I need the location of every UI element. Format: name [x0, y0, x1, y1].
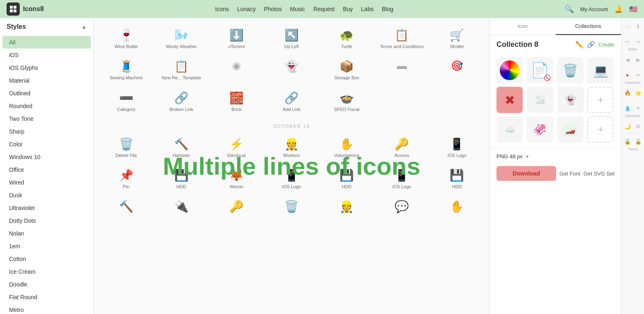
account-link[interactable]: My Account [580, 6, 608, 12]
icon-empty-r3-6[interactable] [376, 88, 428, 115]
collapse-left-icon[interactable]: ◀ [623, 55, 632, 65]
icon-pin[interactable]: 📌Pin [100, 165, 152, 193]
maximize-icon[interactable]: ⬆ [633, 21, 643, 31]
collection-icon-add[interactable]: + [587, 87, 614, 113]
search-icon[interactable]: 🔍 [565, 5, 574, 14]
unlock-icon[interactable]: 🔓 [633, 136, 643, 146]
lock-icon[interactable]: 🔒 [623, 136, 632, 146]
fire-icon[interactable]: 🔥 [623, 88, 632, 98]
nav-request[interactable]: Request [313, 6, 335, 12]
get-font-button[interactable]: Get Font [559, 171, 580, 177]
icon-category[interactable]: ➖Category [100, 88, 152, 115]
icon-empty-7[interactable]: 🎯 [431, 56, 483, 84]
collection-icon-file-no[interactable]: 📄 🚫 [527, 57, 553, 83]
collection-icon-color-circle[interactable] [496, 57, 523, 83]
icon-empty-3[interactable]: ◉ [210, 56, 262, 84]
collection-icon-laptop[interactable]: 💻 [587, 57, 614, 83]
sidebar-item-office[interactable]: Office [2, 164, 91, 176]
icon-empty-r3-7[interactable] [431, 88, 483, 115]
sidebar-item-ios[interactable]: iOS [2, 49, 91, 61]
icon-r7-5[interactable]: 👷 [321, 196, 373, 218]
color-fill-icon[interactable]: ● [623, 70, 632, 80]
pencil-icon[interactable]: ✏ [633, 70, 643, 80]
icon-hammer[interactable]: 🔨Hammer [155, 134, 207, 162]
sidebar-item-nolan[interactable]: Nolan [2, 227, 91, 240]
nav-photos[interactable]: Photos [264, 6, 282, 12]
logo-area[interactable]: Icons8 [7, 2, 44, 16]
collection-icon-ghost2[interactable]: 👻 [557, 87, 584, 113]
collection-icon-sped[interactable]: 🏎️ [557, 116, 584, 143]
moon-icon[interactable]: 🌙 [623, 121, 632, 131]
language-icon[interactable]: 🇺🇸 [629, 5, 637, 13]
collection-icon-trash[interactable]: 🗑️ [557, 57, 584, 83]
icon-ios-logo-1[interactable]: 📱iOS Logo [431, 134, 483, 162]
nav-blog[interactable]: Blog [382, 6, 393, 12]
sidebar-item-two-tone[interactable]: Two Tone [2, 113, 91, 125]
nav-music[interactable]: Music [290, 6, 305, 12]
icon-access[interactable]: 🔑Access [376, 134, 428, 162]
tab-icon[interactable]: Icon [490, 18, 556, 35]
icon-ios-logo-3[interactable]: 📱iOS Logo [376, 165, 428, 193]
icon-turtle[interactable]: 🐢Turtle [321, 25, 373, 53]
icon-hdd-2[interactable]: 💾HDD [321, 165, 373, 193]
gear-icon[interactable]: ⚙ [633, 121, 643, 131]
icon-empty-6[interactable]: ▬ [376, 56, 428, 84]
nav-lunacy[interactable]: Lunacy [237, 6, 256, 12]
sidebar-item-icecream[interactable]: Ice Cream [2, 266, 91, 278]
download-button[interactable]: Download [496, 166, 556, 181]
icon-windy-weather[interactable]: 🌬️Windy Weather [155, 25, 207, 53]
icon-hdd-1[interactable]: 💾HDD [155, 165, 207, 193]
collection-icon-dots[interactable]: 🌫️ [527, 87, 554, 113]
collection-add-more[interactable]: + [587, 116, 614, 143]
collapse-right-icon[interactable]: ▶ [633, 55, 643, 65]
icon-stroller[interactable]: 🛒Stroller [431, 25, 483, 53]
icon-sped-fiscal[interactable]: 🍲SPED Fiscal [321, 88, 373, 115]
tab-collections[interactable]: Collections [556, 18, 621, 35]
sidebar-item-dusk[interactable]: Dusk [2, 189, 91, 201]
sidebar-item-metro[interactable]: Metro [2, 304, 91, 314]
sidebar-item-rounded[interactable]: Rounded [2, 100, 91, 112]
nav-labs[interactable]: Labs [361, 6, 374, 12]
sidebar-item-material[interactable]: Material [2, 74, 91, 87]
collection-icon-soundcloud[interactable]: ☁️ [496, 116, 523, 143]
icon-storage-box[interactable]: 📦Storage Box [321, 56, 373, 84]
sidebar-item-wired[interactable]: Wired [2, 176, 91, 189]
sidebar-item-doodle[interactable]: Doodle [2, 278, 91, 291]
icon-new-re-template[interactable]: 📋New Re... Template [155, 56, 207, 84]
format-dropdown-arrow[interactable]: ▾ [526, 154, 529, 159]
collection-icon-ghost3[interactable]: 🦑 [527, 116, 553, 143]
star-icon[interactable]: ⭐ [633, 88, 643, 98]
icon-r7-1[interactable]: 🔨 [100, 196, 152, 218]
sidebar-item-cotton[interactable]: Cotton [2, 253, 91, 265]
sidebar-item-windows10[interactable]: Windows 10 [2, 151, 91, 163]
icon-sewing[interactable]: 🧵Sewing Machine [100, 56, 152, 84]
icon-up-left[interactable]: ↖️Up Left [265, 25, 317, 53]
icon-r7-4[interactable]: 🗑️ [265, 196, 317, 218]
icon-broken-link[interactable]: 🔗Broken Link [155, 88, 207, 115]
nav-buy[interactable]: Buy [343, 6, 353, 12]
icon-add-link[interactable]: 🔗Add Link [265, 88, 317, 115]
sidebar-item-ultraviolet[interactable]: Ultraviolet [2, 202, 91, 214]
get-svg-button[interactable]: Get SVG Set [584, 171, 614, 177]
sidebar-item-ios-glyphs[interactable]: iOS Glyphs [2, 62, 91, 74]
sidebar-item-sharp[interactable]: Sharp [2, 125, 91, 138]
icon-r7-6[interactable]: 💬 [376, 196, 428, 218]
redo-icon[interactable]: ↪ [633, 37, 643, 46]
icon-r7-3[interactable]: 🔑 [210, 196, 262, 218]
undo-icon[interactable]: ↩ [623, 37, 632, 46]
icon-terms[interactable]: 📋Terms and Conditions [376, 25, 428, 53]
icon-ghost[interactable]: 👻 [265, 56, 317, 84]
icon-workers[interactable]: 👷Workers [265, 134, 317, 162]
collection-icon-x-red[interactable]: ✖ [496, 87, 523, 113]
icon-weixin[interactable]: 🦊Weixin [210, 165, 262, 193]
sidebar-item-dotty[interactable]: Dotty Dots [2, 215, 91, 227]
sidebar-item-flatround[interactable]: Flat Round [2, 291, 91, 303]
notification-icon[interactable]: 🔔 [614, 5, 623, 13]
create-collection-button[interactable]: Create [598, 42, 614, 48]
icon-ios-logo-2[interactable]: 📱iOS Logo [265, 165, 317, 193]
sidebar-item-color[interactable]: Color [2, 138, 91, 150]
icon-delete-file[interactable]: 🗑️Delete File [100, 134, 152, 162]
icon-volunteering[interactable]: ✋Volunteering [321, 134, 373, 162]
sidebar-item-1em[interactable]: 1em [2, 240, 91, 252]
edit-collection-button[interactable]: ✏️ [575, 41, 584, 48]
